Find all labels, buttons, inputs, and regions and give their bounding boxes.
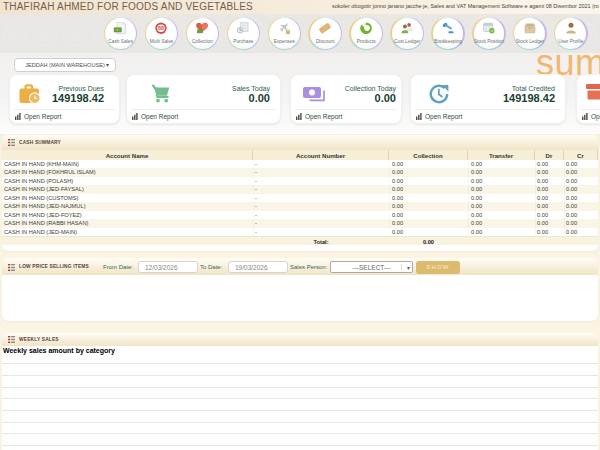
svg-text:88: 88 [158, 26, 164, 32]
